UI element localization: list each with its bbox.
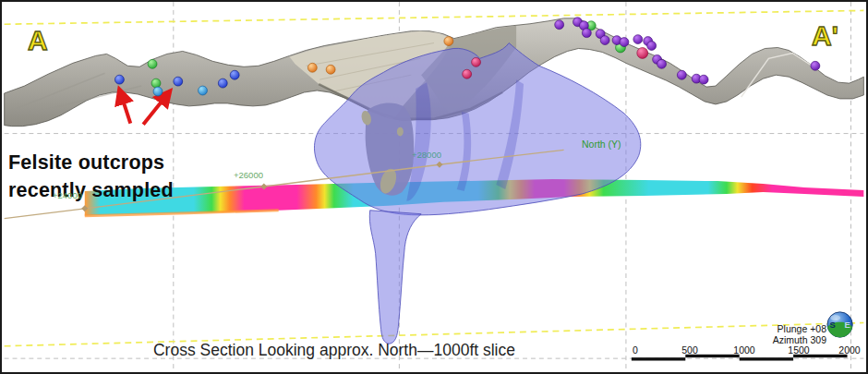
plunge-readout: Plunge +08 bbox=[739, 324, 826, 335]
sample-point-blue bbox=[218, 78, 227, 88]
sample-point-orange bbox=[444, 37, 453, 46]
sample-point-blue bbox=[230, 70, 239, 79]
scale-tick-500: 500 bbox=[681, 345, 698, 356]
annotation-arrow-1 bbox=[119, 90, 130, 124]
sample-point-cyan bbox=[153, 87, 163, 96]
sample-point-purple bbox=[699, 75, 708, 84]
sample-point-blue bbox=[115, 75, 124, 84]
sample-point-green bbox=[148, 59, 157, 68]
sample-point-crimson bbox=[472, 57, 481, 66]
sample-point-purple bbox=[657, 59, 667, 68]
sample-point-purple bbox=[647, 42, 657, 51]
cross-section-figure: S E A A' Felsite outcrops recently sampl… bbox=[0, 0, 868, 374]
scale-tick-2000: 2000 bbox=[838, 345, 860, 356]
annotation-line-1: Felsite outcrops bbox=[8, 152, 164, 175]
globe-letter-s: S bbox=[830, 320, 836, 330]
axis-tick-24000: +24000 bbox=[53, 191, 82, 200]
scale-tick-1500: 1500 bbox=[788, 345, 809, 356]
sample-point-purple bbox=[620, 38, 629, 47]
axis-tick-26000: +26000 bbox=[234, 171, 263, 180]
sample-point-crimson bbox=[637, 48, 648, 59]
north-axis-label: North (Y) bbox=[582, 139, 621, 151]
section-label-a: A bbox=[28, 25, 48, 55]
scale-tick-0: 0 bbox=[633, 345, 638, 356]
annotation-line-2: recently sampled bbox=[8, 180, 174, 202]
sample-point-purple bbox=[555, 20, 564, 30]
sample-point-orange bbox=[326, 65, 335, 74]
sample-point-cyan bbox=[199, 86, 208, 95]
orientation-globe-icon[interactable]: S E bbox=[827, 312, 852, 337]
figure-caption: Cross Section Looking approx. North—1000… bbox=[122, 342, 547, 359]
sample-point-green bbox=[151, 78, 161, 88]
axis-tick-28000: +28000 bbox=[412, 151, 441, 160]
sample-point-purple bbox=[582, 29, 591, 38]
sample-point-purple bbox=[677, 70, 686, 79]
sample-point-orange bbox=[307, 63, 317, 72]
sample-point-purple bbox=[600, 36, 609, 45]
sample-point-blue bbox=[174, 77, 183, 86]
sample-point-purple bbox=[811, 61, 820, 70]
globe-letter-e: E bbox=[844, 320, 850, 330]
sample-point-purple bbox=[633, 35, 643, 44]
sample-point-crimson bbox=[463, 69, 472, 78]
scale-tick-1000: 1000 bbox=[733, 345, 754, 356]
section-label-a-prime: A' bbox=[812, 20, 838, 51]
